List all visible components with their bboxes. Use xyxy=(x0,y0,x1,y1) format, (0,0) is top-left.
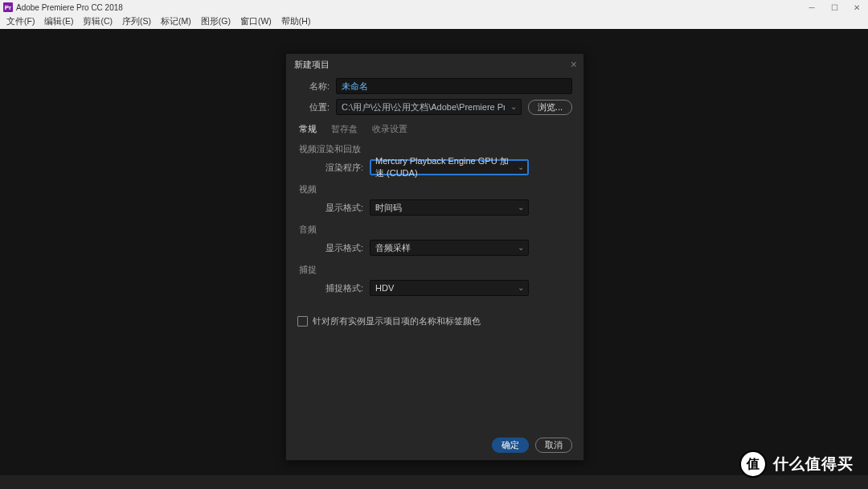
audio-section-title: 音频 xyxy=(299,224,572,236)
window-title-bar: Pr Adobe Premiere Pro CC 2018 ─ ☐ ✕ xyxy=(0,0,868,14)
menu-graphics[interactable]: 图形(G) xyxy=(196,16,235,27)
show-names-label: 针对所有实例显示项目项的名称和标签颜色 xyxy=(313,315,481,327)
video-section-title: 视频 xyxy=(299,183,572,195)
video-format-label: 显示格式: xyxy=(318,202,363,214)
menu-markers[interactable]: 标记(M) xyxy=(156,16,196,27)
menu-bar: 文件(F) 编辑(E) 剪辑(C) 序列(S) 标记(M) 图形(G) 窗口(W… xyxy=(0,14,868,29)
menu-clip[interactable]: 剪辑(C) xyxy=(78,16,117,27)
audio-format-dropdown[interactable]: 音频采样 ⌄ xyxy=(370,240,529,256)
show-names-checkbox[interactable] xyxy=(297,316,308,327)
renderer-dropdown[interactable]: Mercury Playback Engine GPU 加速 (CUDA) ⌄ xyxy=(370,159,529,175)
chevron-down-icon: ⌄ xyxy=(518,283,524,292)
video-format-value: 时间码 xyxy=(375,202,402,214)
chevron-down-icon: ⌄ xyxy=(518,162,524,171)
ok-button[interactable]: 确定 xyxy=(492,438,529,453)
close-button[interactable]: ✕ xyxy=(845,0,868,14)
menu-help[interactable]: 帮助(H) xyxy=(276,16,316,27)
location-label: 位置: xyxy=(297,101,330,113)
project-name-input[interactable]: 未命名 xyxy=(336,78,572,94)
minimize-button[interactable]: ─ xyxy=(800,0,823,14)
watermark-badge-icon: 值 xyxy=(739,450,767,478)
renderer-label: 渲染程序: xyxy=(318,162,363,174)
watermark: 值 什么值得买 xyxy=(739,450,854,478)
workspace: 新建项目 × 名称: 未命名 位置: C:\用户\公用\公用文档\Adobe\P… xyxy=(0,29,868,489)
capture-format-dropdown[interactable]: HDV ⌄ xyxy=(370,280,529,296)
audio-format-label: 显示格式: xyxy=(318,242,363,254)
menu-file[interactable]: 文件(F) xyxy=(2,16,39,27)
window-title: Adobe Premiere Pro CC 2018 xyxy=(16,3,800,12)
video-format-dropdown[interactable]: 时间码 ⌄ xyxy=(370,199,529,216)
dialog-footer: 确定 取消 xyxy=(286,429,583,460)
name-label: 名称: xyxy=(297,80,330,92)
new-project-dialog: 新建项目 × 名称: 未命名 位置: C:\用户\公用\公用文档\Adobe\P… xyxy=(285,53,584,461)
capture-format-value: HDV xyxy=(375,283,394,293)
maximize-button[interactable]: ☐ xyxy=(823,0,845,14)
renderer-value: Mercury Playback Engine GPU 加速 (CUDA) xyxy=(375,155,512,179)
tab-general[interactable]: 常规 xyxy=(299,123,317,135)
menu-window[interactable]: 窗口(W) xyxy=(235,16,276,27)
dialog-tabs: 常规 暂存盘 收录设置 xyxy=(299,123,572,135)
browse-button[interactable]: 浏览... xyxy=(528,100,572,115)
tab-ingest[interactable]: 收录设置 xyxy=(372,123,407,135)
location-dropdown[interactable]: C:\用户\公用\公用文档\Adobe\Premiere Pro\12.0\Tu… xyxy=(336,99,522,115)
capture-format-label: 捕捉格式: xyxy=(318,282,363,294)
app-icon: Pr xyxy=(3,2,13,12)
watermark-text: 什么值得买 xyxy=(773,454,854,475)
render-section-title: 视频渲染和回放 xyxy=(299,143,572,155)
menu-sequence[interactable]: 序列(S) xyxy=(117,16,156,27)
tab-scratch[interactable]: 暂存盘 xyxy=(331,123,358,135)
video-section: 视频 显示格式: 时间码 ⌄ xyxy=(299,183,572,216)
location-value: C:\用户\公用\公用文档\Adobe\Premiere Pro\12.0\Tu… xyxy=(342,101,505,113)
capture-section-title: 捕捉 xyxy=(299,264,572,276)
dialog-title-bar: 新建项目 × xyxy=(286,54,583,75)
chevron-down-icon: ⌄ xyxy=(518,203,524,212)
menu-edit[interactable]: 编辑(E) xyxy=(39,16,78,27)
dialog-title: 新建项目 xyxy=(294,59,330,71)
capture-section: 捕捉 捕捉格式: HDV ⌄ xyxy=(299,264,572,296)
status-bar xyxy=(0,475,868,489)
audio-format-value: 音频采样 xyxy=(375,242,411,254)
cancel-button[interactable]: 取消 xyxy=(535,438,572,453)
dialog-close-icon[interactable]: × xyxy=(571,58,577,71)
audio-section: 音频 显示格式: 音频采样 ⌄ xyxy=(299,224,572,256)
render-section: 视频渲染和回放 渲染程序: Mercury Playback Engine GP… xyxy=(299,143,572,175)
chevron-down-icon: ⌄ xyxy=(510,102,517,111)
chevron-down-icon: ⌄ xyxy=(518,243,524,252)
